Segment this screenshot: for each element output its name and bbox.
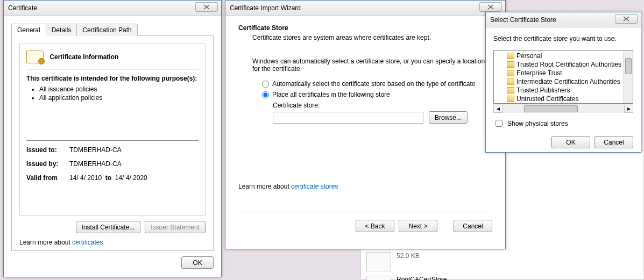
issued-to-value: TDMBERHAD-CA — [69, 146, 122, 154]
purpose-item: All issuance policies — [39, 85, 199, 93]
file-item[interactable]: RootCACertStore — [366, 276, 638, 280]
valid-to-label: to — [105, 174, 111, 182]
certificate-stores-link[interactable]: certificate stores — [291, 183, 338, 190]
folder-icon — [507, 87, 514, 94]
section-title: Certificate Store — [238, 24, 492, 32]
valid-to-value: 14/ 4/ 2020 — [115, 174, 147, 182]
cancel-button[interactable]: Cancel — [595, 136, 633, 148]
tree-item: Enterprise Trust — [494, 69, 633, 77]
cert-info-heading: Certificate Information — [49, 53, 118, 61]
folder-icon — [507, 70, 514, 76]
issuer-statement-button: Issuer Statement — [145, 221, 206, 233]
file-item[interactable]: 52.0 KB — [366, 252, 638, 271]
tree-item: Untrusted Certificates — [494, 95, 633, 103]
issued-by-value: TDMBERHAD-CA — [69, 160, 122, 168]
window-title: Certificate Import Wizard — [230, 4, 301, 12]
next-button[interactable]: Next > — [399, 220, 437, 232]
back-button[interactable]: < Back — [356, 220, 394, 232]
instruction-text: Select the certificate store you want to… — [493, 35, 633, 42]
titlebar: Select Certificate Store — [486, 12, 641, 27]
learn-more-prefix: Learn more about — [238, 183, 291, 190]
tabstrip: General Details Certification Path — [11, 23, 214, 36]
ok-button[interactable]: OK — [551, 136, 590, 148]
purpose-item: All application policies — [39, 94, 199, 102]
show-physical-stores-checkbox[interactable]: Show physical stores — [493, 118, 633, 128]
titlebar: Certificate Import Wizard — [225, 1, 505, 16]
close-button[interactable] — [615, 14, 638, 24]
tree-item: Trusted Publishers — [494, 86, 633, 95]
purpose-heading: This certificate is intended for the fol… — [26, 75, 199, 82]
radio-place-all[interactable]: Place all certificates in the following … — [262, 91, 492, 98]
install-certificate-button[interactable]: Install Certificate... — [76, 221, 141, 233]
radio-auto-select[interactable]: Automatically select the certificate sto… — [262, 80, 492, 88]
window-title: Select Certificate Store — [490, 16, 556, 24]
folder-icon — [507, 78, 514, 85]
scroll-right-icon[interactable]: ▸ — [624, 105, 633, 113]
tree-item: Personal — [494, 52, 633, 60]
import-wizard-dialog: Certificate Import Wizard Certificate St… — [225, 0, 506, 249]
tab-details[interactable]: Details — [46, 24, 77, 36]
certificate-store-input[interactable] — [273, 112, 423, 124]
scroll-left-icon[interactable]: ◂ — [493, 105, 503, 113]
issued-by-label: Issued by: — [26, 160, 69, 168]
file-name: RootCACertStore — [397, 276, 447, 280]
folder-icon — [507, 96, 514, 102]
window-title: Certificate — [8, 4, 37, 12]
tab-general[interactable]: General — [11, 24, 46, 36]
horizontal-scrollbar[interactable]: ◂ ▸ — [493, 104, 633, 113]
vertical-scrollbar[interactable] — [624, 51, 633, 103]
tree-item: Trusted Root Certification Authorities — [494, 60, 633, 69]
tab-certification-path[interactable]: Certification Path — [76, 24, 137, 36]
issued-to-label: Issued to: — [26, 146, 69, 154]
certificate-dialog: Certificate General Details Certificatio… — [3, 0, 222, 277]
file-thumbnail-icon — [366, 276, 391, 280]
learn-more-prefix: Learn more about — [19, 239, 72, 246]
tree-item: Intermediate Certification Authorities — [494, 77, 633, 86]
file-size: 52.0 KB — [397, 252, 420, 260]
section-desc: Certificate stores are system areas wher… — [238, 34, 492, 41]
titlebar: Certificate — [4, 1, 221, 16]
purpose-list: All issuance policies All application po… — [39, 85, 199, 102]
wizard-explain: Windows can automatically select a certi… — [252, 58, 492, 73]
store-tree[interactable]: Personal Trusted Root Certification Auth… — [493, 50, 633, 104]
valid-from-label: Valid from — [26, 174, 69, 182]
select-store-dialog: Select Certificate Store Select the cert… — [485, 12, 641, 153]
certificate-icon — [26, 51, 44, 63]
folder-icon — [507, 61, 514, 68]
close-button[interactable] — [195, 2, 218, 12]
folder-icon — [507, 53, 514, 59]
ok-button[interactable]: OK — [181, 256, 214, 269]
file-thumbnail-icon — [366, 252, 391, 271]
store-label: Certificate store: — [273, 102, 492, 109]
close-button[interactable] — [479, 2, 502, 12]
cancel-button[interactable]: Cancel — [454, 220, 492, 232]
valid-from-value: 14/ 4/ 2010 — [69, 174, 102, 182]
browse-button[interactable]: Browse... — [429, 111, 468, 124]
certificates-link[interactable]: certificates — [72, 239, 103, 246]
